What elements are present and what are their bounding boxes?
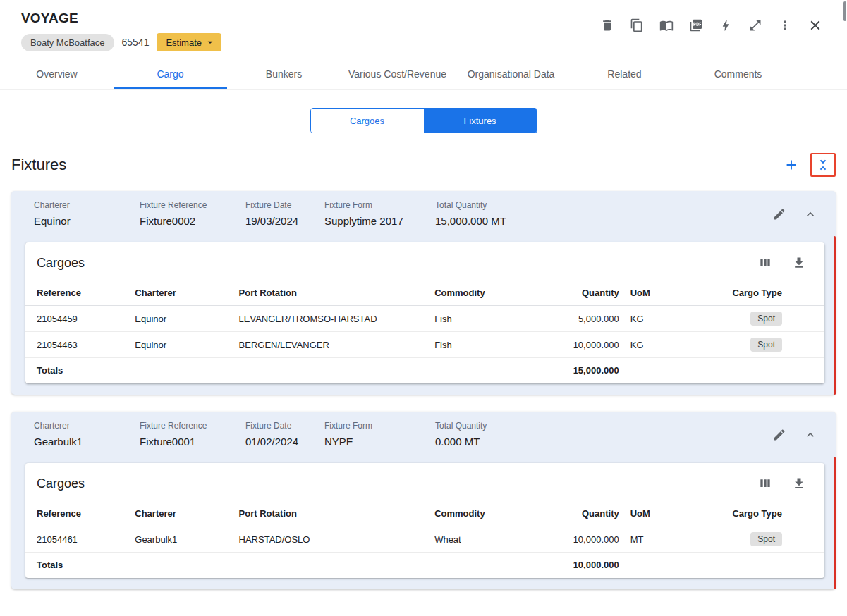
empty-cell — [129, 553, 233, 579]
fixture-field-date: Fixture Date 01/02/2024 — [245, 421, 324, 448]
field-label: Fixture Date — [245, 421, 324, 431]
empty-cell — [429, 358, 544, 384]
cell-cargo-type: Spot — [681, 526, 824, 553]
scrollbar-thumb[interactable] — [843, 1, 846, 21]
column-header: Quantity — [544, 501, 624, 526]
column-header: Cargo Type — [681, 501, 824, 526]
totals-label: Totals — [25, 553, 129, 579]
cell-charterer: Gearbulk1 — [129, 526, 233, 553]
field-label: Charterer — [34, 421, 140, 431]
copy-icon[interactable] — [628, 17, 645, 34]
column-header: Reference — [25, 501, 129, 526]
columns-icon[interactable] — [757, 254, 774, 271]
cell-reference: 21054463 — [25, 332, 129, 358]
tab-related[interactable]: Related — [568, 58, 681, 89]
add-fixture-button[interactable] — [781, 155, 801, 175]
toggle-cargoes-button[interactable]: Cargoes — [311, 109, 424, 133]
field-label: Fixture Reference — [140, 421, 245, 431]
cargoes-toolbar — [757, 475, 808, 492]
collapse-all-button[interactable] — [810, 153, 836, 177]
download-icon[interactable] — [791, 475, 808, 492]
column-header: Commodity — [429, 501, 544, 526]
close-icon[interactable] — [806, 16, 824, 35]
field-label: Fixture Reference — [140, 200, 245, 210]
fixture-field-form: Fixture Form NYPE — [324, 421, 435, 448]
tab-various-cost-revenue[interactable]: Various Cost/Revenue — [341, 58, 454, 89]
edit-fixture-icon[interactable] — [771, 206, 788, 223]
collapse-fixture-chevron-icon[interactable] — [802, 206, 819, 223]
field-value: Fixture0001 — [140, 436, 245, 448]
tab-comments[interactable]: Comments — [681, 58, 795, 89]
table-row[interactable]: 21054463 Equinor BERGEN/LEVANGER Fish 10… — [25, 332, 824, 358]
field-label: Charterer — [34, 200, 140, 210]
column-header: Charterer — [129, 501, 233, 526]
cell-uom: KG — [625, 332, 681, 358]
plus-icon — [784, 157, 799, 173]
field-label: Total Quantity — [435, 421, 771, 431]
empty-cell — [429, 553, 544, 579]
column-header: Port Rotation — [233, 281, 429, 306]
tab-cargo[interactable]: Cargo — [114, 58, 227, 89]
tab-overview[interactable]: Overview — [0, 58, 114, 89]
empty-cell — [129, 358, 233, 384]
cargoes-card-head: Cargoes — [25, 242, 824, 281]
tab-bunkers[interactable]: Bunkers — [227, 58, 341, 89]
view-toggle-wrap: Cargoes Fixtures — [0, 108, 847, 133]
expand-fullscreen-icon[interactable] — [747, 17, 764, 34]
fixture-body: Cargoes Reference Charterer Port Rotatio… — [11, 236, 836, 395]
tab-organisational-data[interactable]: Organisational Data — [454, 58, 568, 89]
totals-quantity: 10,000.000 — [544, 553, 624, 579]
collapse-fixture-chevron-icon[interactable] — [802, 426, 819, 443]
field-value: Gearbulk1 — [34, 436, 140, 448]
cell-charterer: Equinor — [129, 332, 233, 358]
cell-port-rotation: HARSTAD/OSLO — [233, 526, 429, 553]
cargo-type-chip: Spot — [750, 338, 782, 352]
column-header: Port Rotation — [233, 501, 429, 526]
delete-icon[interactable] — [599, 17, 616, 34]
voyage-header-left: VOYAGE Boaty McBoatface 65541 Estimate — [21, 11, 221, 51]
voyage-subrow: Boaty McBoatface 65541 Estimate — [21, 33, 221, 51]
table-header-row: Reference Charterer Port Rotation Commod… — [25, 281, 824, 306]
column-header: Cargo Type — [681, 281, 824, 306]
voyage-number: 65541 — [122, 37, 150, 48]
cargoes-title: Cargoes — [37, 476, 85, 491]
cell-cargo-type: Spot — [681, 332, 824, 358]
cell-port-rotation: LEVANGER/TROMSO-HARSTAD — [233, 306, 429, 332]
cargo-type-chip: Spot — [750, 532, 782, 546]
download-icon[interactable] — [791, 254, 808, 271]
bolt-icon[interactable] — [717, 17, 734, 34]
column-header: UoM — [625, 501, 681, 526]
estimate-dropdown-button[interactable]: Estimate — [157, 33, 221, 51]
main-tab-bar: Overview Cargo Bunkers Various Cost/Reve… — [0, 58, 847, 90]
table-row[interactable]: 21054461 Gearbulk1 HARSTAD/OSLO Wheat 10… — [25, 526, 824, 553]
empty-cell — [625, 553, 681, 579]
fixture-header-actions — [771, 200, 819, 223]
cell-quantity: 10,000.000 — [544, 332, 624, 358]
totals-label: Totals — [25, 358, 129, 384]
field-label: Total Quantity — [435, 200, 771, 210]
pdf-icon[interactable] — [688, 17, 705, 34]
more-vert-icon[interactable] — [776, 17, 793, 34]
edit-fixture-icon[interactable] — [771, 426, 788, 443]
cell-quantity: 5,000.000 — [544, 306, 624, 332]
columns-icon[interactable] — [757, 475, 774, 492]
field-label: Fixture Date — [245, 200, 324, 210]
scrollbar[interactable] — [843, 0, 847, 616]
cell-reference: 21054461 — [25, 526, 129, 553]
field-value: Fixture0002 — [140, 215, 245, 227]
fixture-body: Cargoes Reference Charterer Port Rotatio… — [11, 457, 836, 589]
table-row[interactable]: 21054459 Equinor LEVANGER/TROMSO-HARSTAD… — [25, 306, 824, 332]
cell-commodity: Wheat — [429, 526, 544, 553]
toggle-fixtures-button[interactable]: Fixtures — [424, 109, 537, 133]
fixture-field-form: Fixture Form Supplytime 2017 — [324, 200, 435, 227]
book-icon[interactable] — [658, 17, 675, 34]
column-header: Reference — [25, 281, 129, 306]
cargoes-title: Cargoes — [37, 256, 85, 271]
field-label: Fixture Form — [324, 421, 435, 431]
field-value: Supplytime 2017 — [324, 215, 435, 227]
fixture-field-reference: Fixture Reference Fixture0001 — [140, 421, 245, 448]
totals-row: Totals 15,000.000 — [25, 358, 824, 384]
cell-quantity: 10,000.000 — [544, 526, 624, 553]
cell-commodity: Fish — [429, 332, 544, 358]
cell-commodity: Fish — [429, 306, 544, 332]
